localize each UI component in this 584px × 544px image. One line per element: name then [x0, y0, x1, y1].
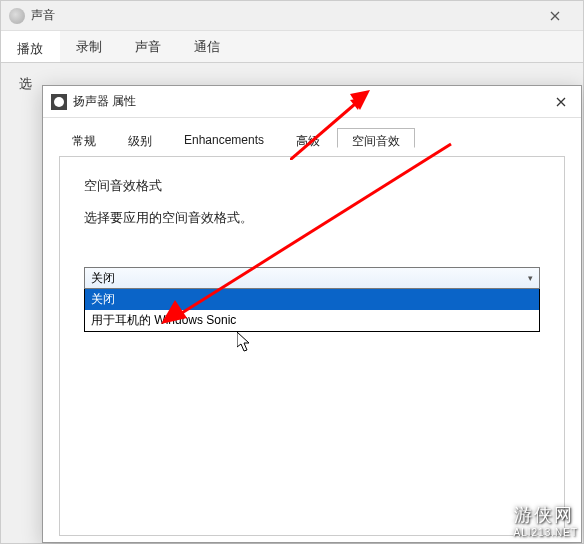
sound-tab-playback[interactable]: 播放	[1, 31, 60, 62]
speaker-tabs: 常规 级别 Enhancements 高级 空间音效	[43, 118, 581, 148]
speaker-window-title: 扬声器 属性	[73, 93, 136, 110]
close-icon	[550, 11, 560, 21]
speaker-device-icon	[9, 8, 25, 24]
speaker-icon	[51, 94, 67, 110]
sound-tab-communications[interactable]: 通信	[178, 31, 237, 62]
speaker-tab-enhancements[interactable]: Enhancements	[169, 128, 279, 148]
combo-option-windows-sonic[interactable]: 用于耳机的 Windows Sonic	[85, 310, 539, 331]
sound-titlebar: 声音	[1, 1, 583, 31]
speaker-tab-levels[interactable]: 级别	[113, 128, 167, 148]
speaker-tab-advanced[interactable]: 高级	[281, 128, 335, 148]
speaker-tab-spatial[interactable]: 空间音效	[337, 128, 415, 148]
speaker-properties-window: 扬声器 属性 常规 级别 Enhancements 高级 空间音效 空间音效格式…	[42, 85, 582, 543]
combobox-dropdown: 关闭 用于耳机的 Windows Sonic	[84, 289, 540, 332]
combobox-display[interactable]: 关闭 ▾	[84, 267, 540, 289]
speaker-titlebar: 扬声器 属性	[43, 86, 581, 118]
chevron-down-icon: ▾	[528, 273, 533, 283]
spatial-format-combobox[interactable]: 关闭 ▾ 关闭 用于耳机的 Windows Sonic	[84, 267, 540, 289]
speaker-tab-general[interactable]: 常规	[57, 128, 111, 148]
sound-tab-recording[interactable]: 录制	[60, 31, 119, 62]
playback-select-label: 选	[19, 75, 32, 93]
sound-close-button[interactable]	[535, 2, 575, 30]
spatial-format-title: 空间音效格式	[84, 177, 540, 195]
sound-tab-sounds[interactable]: 声音	[119, 31, 178, 62]
spatial-audio-panel: 空间音效格式 选择要应用的空间音效格式。 关闭 ▾ 关闭 用于耳机的 Windo…	[59, 156, 565, 536]
combo-option-off[interactable]: 关闭	[85, 289, 539, 310]
close-icon	[556, 97, 566, 107]
spatial-format-desc: 选择要应用的空间音效格式。	[84, 209, 540, 227]
sound-window-title: 声音	[31, 7, 55, 24]
speaker-close-button[interactable]	[541, 88, 581, 116]
combobox-value: 关闭	[91, 270, 115, 287]
sound-tabs: 播放 录制 声音 通信	[1, 31, 583, 63]
